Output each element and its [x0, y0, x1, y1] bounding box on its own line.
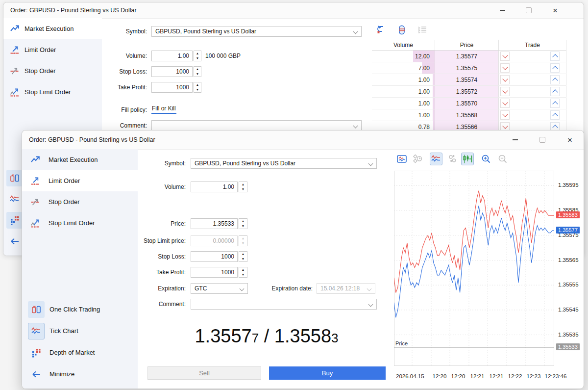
time-axis-tick: 12:21	[470, 373, 485, 379]
sell-at-price-button[interactable]	[500, 87, 510, 96]
take-profit-stepper[interactable]: ▲▼	[194, 82, 201, 93]
tick-dots-icon[interactable]	[446, 153, 459, 165]
sidebar-item-stop-limit-order[interactable]: Stop Limit Order	[22, 212, 138, 234]
window-title: Order: GBPUSD - Pound Sterling vs US Dol…	[10, 7, 137, 14]
chevron-down-icon	[367, 286, 372, 291]
one-click-trading-icon	[28, 301, 45, 318]
symbol-select[interactable]: GBPUSD, Pound Sterling vs US Dollar	[191, 158, 377, 169]
buy-at-price-button[interactable]	[550, 52, 560, 61]
stop-loss-label: Stop Loss:	[77, 66, 147, 77]
price-label: Price:	[127, 218, 186, 229]
volume-label: Volume:	[127, 182, 186, 192]
price-input[interactable]: 1.35533	[191, 218, 238, 229]
comment-label: Comment:	[77, 120, 147, 131]
maximize-icon[interactable]	[519, 2, 539, 18]
stop-loss-stepper[interactable]: ▲▼	[239, 251, 247, 262]
sell-at-price-button[interactable]	[500, 99, 510, 108]
stop-loss-input[interactable]: 1000	[151, 66, 193, 77]
buy-at-price-button[interactable]	[550, 99, 560, 108]
dom-row: 1.001.35570	[372, 98, 566, 109]
stop-loss-stepper[interactable]: ▲▼	[194, 66, 201, 77]
sell-at-price-button[interactable]	[500, 75, 510, 84]
volume-input[interactable]: 1.00	[191, 182, 238, 192]
stop-limit-price-stepper: ▲▼	[239, 235, 247, 246]
clear-panel-icon[interactable]	[396, 24, 408, 36]
dom-header-price: Price	[435, 40, 499, 50]
one-click-trading-icon[interactable]	[6, 170, 23, 186]
dom-header-row: Volume Price Trade	[372, 40, 566, 51]
fill-policy-link[interactable]: Fill or Kill	[151, 104, 176, 114]
close-icon[interactable]: ×	[560, 130, 580, 149]
stop-loss-input[interactable]: 1000	[191, 251, 238, 262]
modify-order-icon[interactable]	[375, 24, 387, 36]
buy-at-price-button[interactable]	[550, 75, 560, 84]
sidebar-item-limit-order[interactable]: Limit Order	[22, 170, 138, 191]
chevron-down-icon	[240, 286, 245, 291]
comment-input[interactable]	[191, 299, 377, 310]
auto-shift-icon[interactable]	[411, 153, 424, 165]
zoom-in-icon[interactable]	[480, 153, 492, 165]
tick-chart-icon[interactable]	[6, 191, 23, 208]
comment-input[interactable]	[151, 120, 362, 131]
dom-header-trade: Trade	[499, 40, 566, 50]
orders-list-icon[interactable]	[416, 24, 428, 36]
sell-at-price-button[interactable]	[500, 110, 510, 120]
volume-stepper[interactable]: ▲▼	[239, 182, 247, 192]
order-window-limit-order: Order: GBPUSD - Pound Sterling vs US Dol…	[22, 130, 584, 389]
sidebar-item-stop-order[interactable]: Stop Order	[22, 191, 138, 212]
volume-stepper[interactable]: ▲▼	[194, 51, 201, 61]
symbol-select[interactable]: GBPUSD, Pound Sterling vs US Dollar	[151, 26, 362, 37]
limit-order-icon	[9, 44, 20, 55]
close-icon[interactable]: ×	[545, 2, 565, 18]
depth-of-market-icon[interactable]	[6, 212, 23, 229]
price-axis-tick: 1.35545	[558, 307, 579, 312]
sell-at-price-button[interactable]	[500, 63, 510, 73]
price-stepper[interactable]: ▲▼	[239, 218, 247, 229]
stop-loss-label: Stop Loss:	[127, 251, 186, 262]
zoom-out-icon[interactable]	[496, 153, 509, 165]
price-badge: 1.35533	[556, 343, 580, 350]
titlebar: Order: GBPUSD - Pound Sterling vs US Dol…	[22, 130, 584, 150]
minimize-icon[interactable]	[505, 130, 525, 149]
candles-to-line-icon[interactable]	[461, 153, 474, 165]
fill-policy-label: Fill policy:	[77, 104, 147, 115]
tick-chart-plot[interactable]: Price	[394, 171, 554, 366]
price-axis-tick: 1.35535	[558, 332, 579, 338]
minimize-arrow-icon	[28, 366, 45, 383]
take-profit-stepper[interactable]: ▲▼	[239, 267, 247, 278]
buy-at-price-button[interactable]	[550, 87, 560, 96]
expiration-label: Expiration:	[127, 283, 186, 294]
buy-at-price-button[interactable]	[550, 110, 560, 120]
minimize-icon[interactable]	[492, 2, 512, 18]
sell-at-price-button[interactable]	[500, 52, 510, 61]
take-profit-input[interactable]: 1000	[191, 267, 238, 278]
price-badge: 1.35577	[556, 227, 580, 234]
toolbar-separator	[428, 154, 428, 164]
stop-limit-order-icon	[9, 86, 20, 97]
buy-button[interactable]: Buy	[269, 366, 386, 380]
market-execution-icon	[30, 154, 41, 165]
take-profit-input[interactable]: 1000	[151, 82, 193, 93]
tick-lines-icon[interactable]	[430, 153, 442, 165]
stop-order-icon	[9, 65, 20, 76]
time-axis-tick: 12:21	[490, 373, 504, 379]
price-axis-tick: 1.35555	[558, 282, 579, 287]
minimize-arrow-icon[interactable]	[6, 233, 23, 250]
symbol-label: Symbol:	[77, 26, 147, 37]
sell-button[interactable]: Sell	[147, 366, 261, 380]
chevron-down-icon	[353, 29, 358, 34]
buy-at-price-button[interactable]	[550, 63, 560, 73]
chevron-down-icon	[368, 161, 373, 166]
dom-row: 12.001.35577	[372, 51, 566, 62]
tick-chart-frame-icon[interactable]	[395, 153, 408, 165]
volume-input[interactable]: 1.00	[151, 51, 193, 61]
expiration-date-select: 15.04.26 12:18	[317, 283, 375, 294]
price-axis-tick: 1.35565	[558, 257, 579, 263]
stop-order-icon	[30, 196, 41, 207]
maximize-icon[interactable]	[533, 130, 552, 149]
expiration-select[interactable]: GTC	[191, 283, 248, 294]
sidebar-item-market-execution[interactable]: Market Execution	[22, 149, 138, 170]
depth-of-market-table: Volume Price Trade 12.001.35577 7.001.35…	[372, 40, 566, 133]
time-axis-tick: 12:22	[508, 373, 522, 379]
chevron-down-icon	[353, 124, 358, 129]
